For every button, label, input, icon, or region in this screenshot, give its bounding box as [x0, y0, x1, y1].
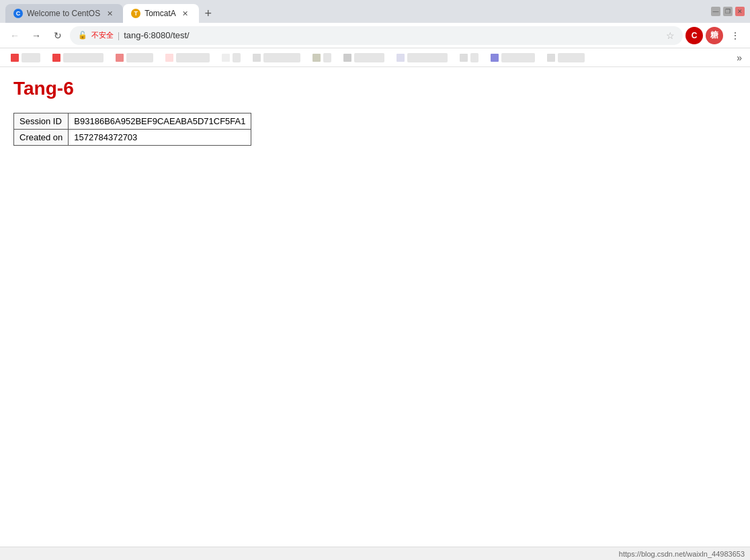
bookmarks-more-button[interactable]: »: [734, 52, 745, 63]
bookmark-12[interactable]: [542, 50, 590, 65]
bookmark-1[interactable]: [5, 50, 46, 65]
created-on-value: 1572784372703: [69, 130, 251, 146]
status-text: https://blog.csdn.net/waixln_44983653: [619, 550, 745, 558]
created-on-label: Created on: [14, 130, 69, 146]
tab-tomcata[interactable]: T TomcatA ✕: [123, 4, 199, 23]
bookmark6-label: [263, 53, 300, 62]
bookmark-5[interactable]: [216, 50, 246, 65]
back-button[interactable]: ←: [5, 26, 24, 45]
tab1-close[interactable]: ✕: [104, 8, 115, 19]
close-button[interactable]: ✕: [735, 7, 745, 16]
bookmark12-favicon: [547, 54, 555, 62]
table-row-session-id: Session ID B93186B6A952BEF9CAEABA5D71CF5…: [14, 113, 251, 130]
page-title: Tang-6: [13, 78, 737, 99]
address-bar[interactable]: 🔓 不安全 | tang-6:8080/test/ ☆: [70, 26, 683, 45]
browser-frame: C Welcome to CentOS ✕ T TomcatA ✕ + — ❐ …: [0, 0, 750, 560]
tab1-label: Welcome to CentOS: [27, 9, 100, 18]
bookmark-11[interactable]: [485, 50, 540, 65]
status-bar: https://blog.csdn.net/waixln_44983653: [0, 547, 750, 560]
bookmark-7[interactable]: [307, 50, 337, 65]
tab2-label: TomcatA: [144, 9, 176, 18]
bookmark4-label: [176, 53, 210, 62]
tab2-close[interactable]: ✕: [180, 8, 191, 19]
lock-icon: 🔓: [78, 31, 87, 40]
bookmark-3[interactable]: [110, 50, 159, 65]
bookmark10-favicon: [460, 54, 468, 62]
bookmark2-favicon: [52, 54, 60, 62]
bookmark-6[interactable]: [247, 50, 306, 65]
profile-button2[interactable]: 糖: [706, 27, 723, 44]
profile-button1[interactable]: C: [685, 27, 703, 44]
window-controls: — ❐ ✕: [711, 7, 745, 16]
page-content: Tang-6 Session ID B93186B6A952BEF9CAEABA…: [0, 67, 750, 547]
bookmark-9[interactable]: [391, 50, 453, 65]
bookmark3-label: [126, 53, 153, 62]
bookmark11-label: [501, 53, 535, 62]
bookmark-4[interactable]: [160, 50, 215, 65]
bookmark12-label: [558, 53, 585, 62]
bookmark9-label: [407, 53, 448, 62]
minimize-button[interactable]: —: [711, 7, 720, 16]
bookmark2-label: [63, 53, 103, 62]
bookmark1-label: [22, 53, 40, 62]
bookmarks-bar: »: [0, 48, 750, 67]
address-separator: |: [118, 31, 120, 40]
tab1-favicon: C: [13, 9, 23, 18]
bookmark5-favicon: [222, 54, 230, 62]
session-id-label: Session ID: [14, 113, 69, 130]
table-row-created-on: Created on 1572784372703: [14, 130, 251, 146]
security-label: 不安全: [91, 30, 114, 40]
reload-button[interactable]: ↻: [48, 26, 67, 45]
bookmark4-favicon: [165, 54, 173, 62]
add-tab-button[interactable]: +: [199, 4, 218, 23]
title-bar: C Welcome to CentOS ✕ T TomcatA ✕ + — ❐ …: [0, 0, 750, 23]
tab-strip: C Welcome to CentOS ✕ T TomcatA ✕ +: [5, 0, 706, 23]
bookmark9-favicon: [397, 54, 405, 62]
bookmark7-label: [323, 53, 331, 62]
bookmark-2[interactable]: [47, 50, 109, 65]
maximize-button[interactable]: ❐: [723, 7, 733, 16]
bookmark6-favicon: [253, 54, 261, 62]
tab2-favicon: T: [131, 9, 140, 18]
bookmark7-favicon: [312, 54, 321, 62]
menu-button[interactable]: ⋮: [726, 26, 745, 45]
session-table: Session ID B93186B6A952BEF9CAEABA5D71CF5…: [13, 113, 251, 146]
session-id-value: B93186B6A952BEF9CAEABA5D71CF5FA1: [69, 113, 251, 130]
bookmark5-label: [233, 53, 241, 62]
bookmark8-favicon: [343, 54, 351, 62]
tab-welcome-centos[interactable]: C Welcome to CentOS ✕: [5, 4, 123, 23]
toolbar: ← → ↻ 🔓 不安全 | tang-6:8080/test/ ☆ C 糖 ⋮: [0, 23, 750, 48]
bookmark-10[interactable]: [454, 50, 484, 65]
bookmark1-favicon: [11, 54, 19, 62]
bookmark-star[interactable]: ☆: [666, 30, 675, 41]
bookmark8-label: [354, 53, 384, 62]
bookmark11-favicon: [491, 54, 499, 62]
bookmark3-favicon: [116, 54, 124, 62]
toolbar-right: C 糖 ⋮: [685, 26, 745, 45]
bookmark10-label: [470, 53, 478, 62]
address-text[interactable]: tang-6:8080/test/: [124, 30, 662, 40]
bookmark-8[interactable]: [338, 50, 390, 65]
forward-button[interactable]: →: [27, 26, 46, 45]
